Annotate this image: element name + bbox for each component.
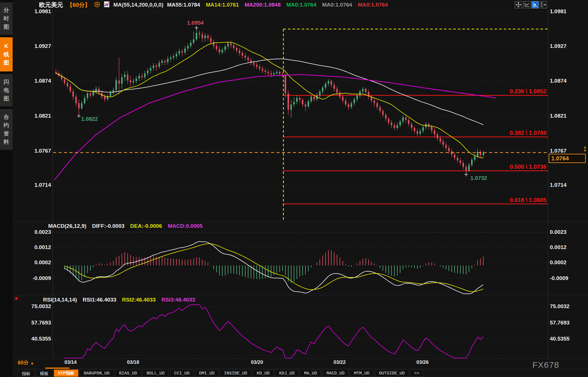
- price-tick: 1.0821: [550, 113, 586, 119]
- date-tick: 03/14: [58, 359, 83, 365]
- macd-tick: 0.0002: [17, 260, 51, 265]
- macd-dea-value: DEA:-0.0006: [130, 223, 162, 229]
- macd-diff-value: DIFF:-0.0003: [92, 223, 124, 229]
- macd-macd-value: MACD:0.0005: [168, 223, 203, 229]
- price-tick: 1.0874: [17, 78, 51, 84]
- rsi1-value: RSI1:46.4033: [83, 297, 116, 303]
- macd-tick: -0.0009: [550, 275, 586, 281]
- macd-title: MACD(26,12,9): [48, 223, 86, 229]
- rsi-title: RSI(14,14,14): [43, 297, 77, 303]
- tab-ma-ud[interactable]: MA_UD: [300, 370, 321, 377]
- tab-more[interactable]: >>: [410, 370, 423, 377]
- trading-app-window: 分时图K线图闪电图合约资料 欧元美元 【60分】 MA(55,14,200,0,…: [0, 0, 588, 377]
- tab-cci-ud[interactable]: CCI_UD: [170, 370, 194, 377]
- price-tick: 1.0767: [17, 148, 51, 154]
- macd-tick: 0.0012: [550, 244, 586, 250]
- rsi3-value: RSI3:46.4033: [161, 297, 195, 303]
- tab-templates[interactable]: 模板: [36, 370, 52, 377]
- price-tick: 1.0821: [17, 113, 51, 119]
- tab-dmi-ud[interactable]: DMI_UD: [195, 370, 219, 377]
- rsi-tick: 75.0032: [17, 304, 51, 309]
- macd-tick: 0.0012: [17, 244, 51, 250]
- tab-inside-ud[interactable]: INSIDE_UD: [220, 370, 251, 377]
- tab-macd-ud[interactable]: MACD_UD: [322, 370, 348, 377]
- date-tick: 03/26: [410, 359, 435, 365]
- fib-level-label: 0.500 \ 1.0736: [510, 164, 546, 170]
- rsi-header: RSI(14,14,14) RSI1:46.4033 RSI2:46.4033 …: [43, 297, 195, 303]
- price-tick: 1.0927: [17, 43, 51, 49]
- macd-tick: 0.0023: [550, 229, 586, 235]
- fib-level-label: 0.618 \ 1.0685: [510, 197, 546, 203]
- date-tick: 03/18: [120, 359, 146, 365]
- fib-level-label: 0.236 \ 1.0852: [510, 88, 546, 95]
- macd-tick: 0.0023: [17, 229, 51, 235]
- period-selector[interactable]: 60分 ▲: [18, 359, 34, 366]
- price-tick: 1.0767: [550, 148, 586, 154]
- swing-low-label-2: 1.0732: [470, 175, 487, 181]
- brand-watermark: FX678: [532, 360, 559, 370]
- price-tick: 1.0714: [550, 182, 586, 188]
- indicator-toolbar: 指标模板VIP指标BARUPDN_UDBIAS_UDBOLL_UDCCI_UDD…: [18, 370, 423, 377]
- tab-kd-ud[interactable]: KD_UD: [253, 370, 274, 377]
- price-up-arrow-icon: ▲▲: [583, 146, 587, 151]
- price-tick: 1.0927: [550, 43, 586, 49]
- tab-boll-ud[interactable]: BOLL_UD: [143, 370, 169, 377]
- swing-high-label: 1.0954: [187, 20, 204, 26]
- price-tick: 1.0981: [17, 9, 51, 14]
- rsi-tick: 75.0032: [550, 304, 586, 309]
- tab-barupdn-ud[interactable]: BARUPDN_UD: [80, 370, 114, 377]
- current-price-box: 1.0764: [549, 154, 586, 163]
- date-tick: 03/20: [244, 359, 270, 365]
- tab-outside-ud[interactable]: OUTSIDE_UD: [375, 370, 409, 377]
- swing-low-label: 1.0822: [81, 116, 98, 122]
- rsi2-value: RSI2:46.4033: [122, 297, 156, 303]
- rsi-tick: 40.5355: [550, 336, 586, 342]
- rsi-tick: 57.7693: [550, 320, 586, 326]
- rsi-tick: 40.5355: [17, 336, 51, 342]
- tab-mtm-ud[interactable]: MTM_UD: [350, 370, 373, 377]
- fib-level-label: 0.382 \ 1.0788: [510, 130, 546, 136]
- horizontal-scrollbar[interactable]: [45, 368, 69, 369]
- tab-bias-ud[interactable]: BIAS_UD: [115, 370, 141, 377]
- date-tick: 03/22: [327, 359, 353, 365]
- price-tick: 1.0874: [550, 78, 586, 84]
- rsi-tick: 57.7693: [17, 320, 51, 326]
- macd-tick: -0.0009: [17, 275, 51, 281]
- price-tick: 1.0714: [17, 182, 51, 188]
- tab-indicators[interactable]: 指标: [18, 370, 34, 377]
- tab-kdj-ud[interactable]: KDJ_UD: [275, 370, 299, 377]
- tab-vip-indicators[interactable]: VIP指标: [54, 370, 78, 377]
- chart-canvas[interactable]: [0, 0, 588, 377]
- red-sun-icon[interactable]: [13, 295, 20, 302]
- macd-tick: 0.0002: [550, 260, 586, 265]
- price-tick: 1.0981: [550, 9, 586, 14]
- macd-header: MACD(26,12,9) DIFF:-0.0003 DEA:-0.0006 M…: [48, 223, 203, 229]
